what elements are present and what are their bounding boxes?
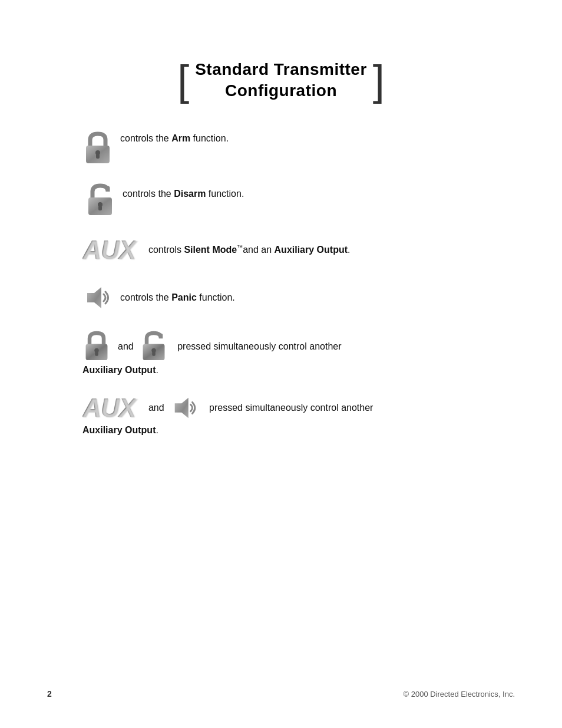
copyright-text: © 2000 Directed Electronics, Inc.: [404, 690, 515, 699]
lock-closed-icon: [82, 131, 113, 166]
aux-item: AUX controls Silent Mode™and an Auxiliar…: [82, 235, 491, 265]
svg-rect-12: [152, 351, 156, 355]
speaker-icon: [82, 282, 113, 313]
lock-open-icon: [85, 183, 115, 218]
arm-disarm-combo-item: and: [82, 331, 491, 375]
combo-lock-open-icon: [140, 331, 168, 363]
svg-rect-5: [98, 206, 102, 210]
aux-icon: AUX: [82, 235, 141, 265]
content-section: controls the Arm function.: [82, 131, 491, 436]
page-title: Standard TransmitterConfiguration: [195, 59, 367, 102]
page: [ Standard TransmitterConfiguration ]: [0, 0, 562, 728]
arm-item: controls the Arm function.: [82, 131, 491, 166]
panic-item: controls the Panic function.: [82, 282, 491, 313]
aux-speaker-and-text: and: [148, 401, 164, 415]
svg-rect-2: [96, 154, 100, 159]
svg-rect-9: [95, 351, 98, 355]
arm-disarm-combo-text: pressed simultaneously control another: [175, 340, 342, 354]
svg-marker-13: [174, 397, 188, 418]
aux-speaker-combo-label: Auxiliary Output: [82, 425, 156, 435]
bracket-left-icon: [: [177, 59, 189, 102]
bracket-right-icon: ]: [373, 59, 385, 102]
combo-aux-icon: AUX: [82, 393, 141, 423]
aux-speaker-combo-period: .: [156, 425, 158, 435]
title-section: [ Standard TransmitterConfiguration ]: [47, 59, 515, 102]
arm-disarm-combo-label: Auxiliary Output: [82, 365, 156, 375]
aux-text: controls Silent Mode™and an Auxiliary Ou…: [148, 243, 351, 257]
arm-disarm-combo-period: .: [156, 365, 158, 375]
title-line1: Standard TransmitterConfiguration: [195, 59, 367, 102]
disarm-text: controls the Disarm function.: [123, 183, 244, 201]
aux-speaker-combo-item: AUX and: [82, 393, 491, 436]
page-number: 2: [47, 689, 52, 699]
footer: 2 © 2000 Directed Electronics, Inc.: [47, 689, 515, 699]
combo-lock-closed-icon: [82, 331, 111, 363]
disarm-item: controls the Disarm function.: [82, 183, 491, 218]
arm-text: controls the Arm function.: [120, 131, 229, 146]
combo-and-text: and: [118, 340, 134, 354]
combo-speaker-icon: [170, 393, 200, 423]
aux-speaker-combo-text: pressed simultaneously control another: [207, 401, 373, 415]
svg-marker-6: [87, 287, 101, 308]
panic-text: controls the Panic function.: [120, 291, 235, 305]
